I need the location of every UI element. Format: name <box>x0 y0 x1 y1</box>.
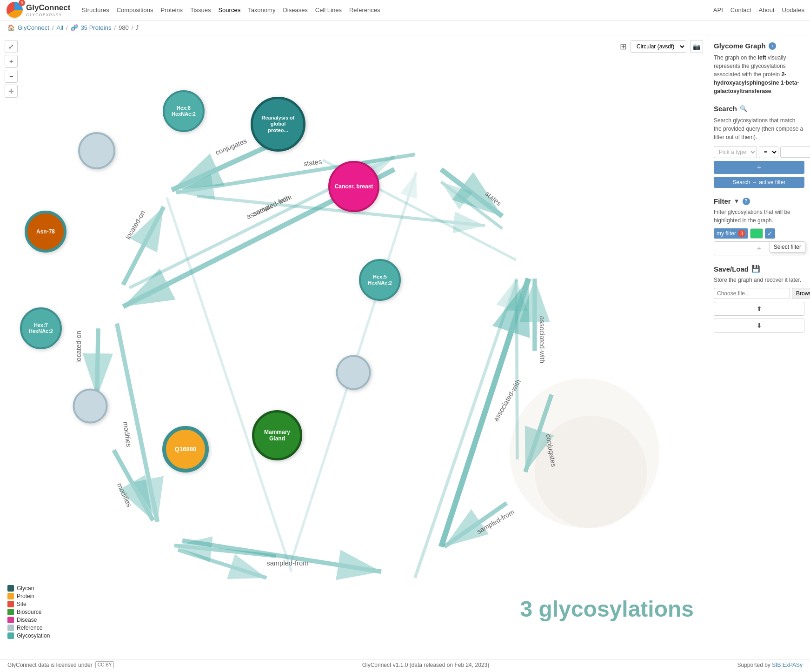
graph-toolbar: ⤢ + − ✛ <box>5 40 18 98</box>
logo[interactable]: 3 <box>6 1 23 19</box>
legend-label-biosource: Biosource <box>17 609 41 615</box>
filter-tag[interactable]: my filter 3 <box>714 228 748 239</box>
glycome-graph-desc: The graph on the left visually represent… <box>714 53 804 95</box>
node-hex8[interactable]: Hex:8HexNAc:2 <box>163 90 205 132</box>
sib-link[interactable]: SIB ExPASy <box>772 662 803 668</box>
nav-contact[interactable]: Contact <box>730 7 751 13</box>
share-icon[interactable]: ⤴ <box>136 24 139 31</box>
filter-icon: ▼ <box>734 198 740 205</box>
nav-cell-lines[interactable]: Cell Lines <box>315 7 342 13</box>
download-btn[interactable]: ⬇ <box>714 319 804 333</box>
legend-color-biosource <box>7 609 14 615</box>
zoom-out-btn[interactable]: − <box>5 70 18 83</box>
filter-help-icon[interactable]: ? <box>743 198 750 205</box>
header-right: API Contact About Updates <box>713 7 804 13</box>
camera-btn[interactable]: 📷 <box>690 40 703 53</box>
node-cancer[interactable]: Cancer, breast <box>328 161 379 212</box>
node-hex5[interactable]: Hex:5HexNAc:2 <box>359 259 401 301</box>
search-active-filter-btn[interactable]: Search → active filter <box>714 177 804 188</box>
reset-btn[interactable]: ✛ <box>5 85 18 98</box>
nav-proteins[interactable]: Proteins <box>160 7 183 13</box>
breadcrumb-home[interactable]: GlyConnect <box>18 24 49 31</box>
legend-glycan: Glycan <box>7 585 50 592</box>
logo-badge: 3 <box>19 0 25 6</box>
nav-updates[interactable]: Updates <box>782 7 804 13</box>
legend-reference: Reference <box>7 625 50 631</box>
main-nav: Structures Compositions Proteins Tissues… <box>81 7 380 13</box>
graph-area[interactable]: ⤢ + − ✛ ⊞ Circular (avsdf) Force-directe… <box>0 35 708 659</box>
legend-color-protein <box>7 593 14 599</box>
legend-color-site <box>7 601 14 607</box>
legend-label-protein: Protein <box>17 593 34 599</box>
nav-compositions[interactable]: Compositions <box>117 7 153 13</box>
nav-sources[interactable]: Sources <box>218 7 240 13</box>
svg-text:located-on: located-on <box>124 209 146 241</box>
expand-btn[interactable]: ⤢ <box>5 40 18 53</box>
glycome-graph-section: Glycome Graph i The graph on the left vi… <box>714 42 804 95</box>
logo-text: GlyConnect GLYCOEXPASY <box>26 3 70 17</box>
filter-badge: 3 <box>738 230 745 237</box>
filter-desc: Filter glycosylations that will be highl… <box>714 208 804 225</box>
select-filter-tooltip: Select filter <box>770 241 805 253</box>
svg-line-16 <box>97 328 99 397</box>
node-reanalysis[interactable]: Reanalysis ofglobalproteo... <box>251 97 305 152</box>
legend-label-glycosylation: Glycosylation <box>17 632 50 639</box>
legend: Glycan Protein Site Biosource Disease Re… <box>7 585 50 640</box>
node-hex7[interactable]: Hex:7HexNAc:2 <box>20 307 62 349</box>
save-title: Save/Load 💾 <box>714 265 804 273</box>
graph-svg: conjugates states states associated-with… <box>0 35 708 659</box>
node-asn78[interactable]: Asn-78 <box>25 211 66 253</box>
search-value-input[interactable] <box>780 146 810 158</box>
svg-point-4 <box>535 416 647 528</box>
save-load-section: Save/Load 💾 Store the graph and recover … <box>714 265 804 333</box>
search-eq-select[interactable]: = ≠ < > <box>759 146 778 158</box>
filter-color-swatch[interactable] <box>750 228 763 239</box>
svg-text:modifies: modifies <box>122 421 133 448</box>
node-q16880[interactable]: Q16880 <box>162 426 209 472</box>
graph-controls: ⊞ Circular (avsdf) Force-directed Hierar… <box>620 40 703 53</box>
layout-select[interactable]: Circular (avsdf) Force-directed Hierarch… <box>631 40 686 53</box>
nav-about[interactable]: About <box>759 7 775 13</box>
nav-diseases[interactable]: Diseases <box>283 7 307 13</box>
legend-biosource: Biosource <box>7 609 50 615</box>
nav-tissues[interactable]: Tissues <box>190 7 211 13</box>
filter-tag-label: my filter <box>717 230 736 237</box>
logo-sub: GLYCOEXPASY <box>26 13 70 17</box>
glycome-info-icon[interactable]: i <box>769 42 776 50</box>
nav-api[interactable]: API <box>713 7 723 13</box>
nav-taxonomy[interactable]: Taxonomy <box>248 7 275 13</box>
zoom-in-btn[interactable]: + <box>5 55 18 68</box>
node-mammary[interactable]: MammaryGland <box>252 410 302 460</box>
nav-references[interactable]: References <box>349 7 380 13</box>
filter-check-btn[interactable]: ✓ <box>765 228 775 239</box>
legend-label-site: Site <box>17 601 27 607</box>
search-desc: Search glycosylations that match the pro… <box>714 116 804 141</box>
footer: GlyConnect data is licensed under CC BY … <box>0 659 810 670</box>
node-gray3[interactable] <box>73 389 108 424</box>
browse-btn[interactable]: Browse <box>792 288 810 299</box>
search-type-select[interactable]: Pick a type <box>714 146 757 158</box>
file-input[interactable] <box>714 288 790 299</box>
node-gray1[interactable] <box>78 132 115 169</box>
main-container: ⤢ + − ✛ ⊞ Circular (avsdf) Force-directe… <box>0 35 810 659</box>
search-add-btn[interactable]: + <box>714 161 804 174</box>
breadcrumb-proteins-icon: 🧬 <box>71 24 78 31</box>
breadcrumb-proteins[interactable]: 35 Proteins <box>81 24 112 31</box>
nav-structures[interactable]: Structures <box>81 7 109 13</box>
cc-badge: CC BY <box>95 661 114 668</box>
breadcrumb-all[interactable]: All <box>57 24 63 31</box>
legend-label-reference: Reference <box>17 625 42 631</box>
legend-color-reference <box>7 625 14 631</box>
search-controls: Pick a type = ≠ < > 🔍 <box>714 146 804 158</box>
filter-row: my filter 3 ✓ Select filter <box>714 228 804 239</box>
node-gray2[interactable] <box>336 355 371 390</box>
upload-btn[interactable]: ⬆ <box>714 302 804 316</box>
legend-disease: Disease <box>7 617 50 623</box>
filter-title: Filter ▼ ? <box>714 197 804 205</box>
breadcrumb: 🏠 GlyConnect / All / 🧬 35 Proteins / 980… <box>0 20 810 35</box>
header: 3 GlyConnect GLYCOEXPASY Structures Comp… <box>0 0 810 20</box>
svg-line-32 <box>441 279 529 547</box>
legend-color-glycosylation <box>7 632 14 639</box>
logo-title: GlyConnect <box>26 3 70 12</box>
file-row: Browse <box>714 288 804 299</box>
